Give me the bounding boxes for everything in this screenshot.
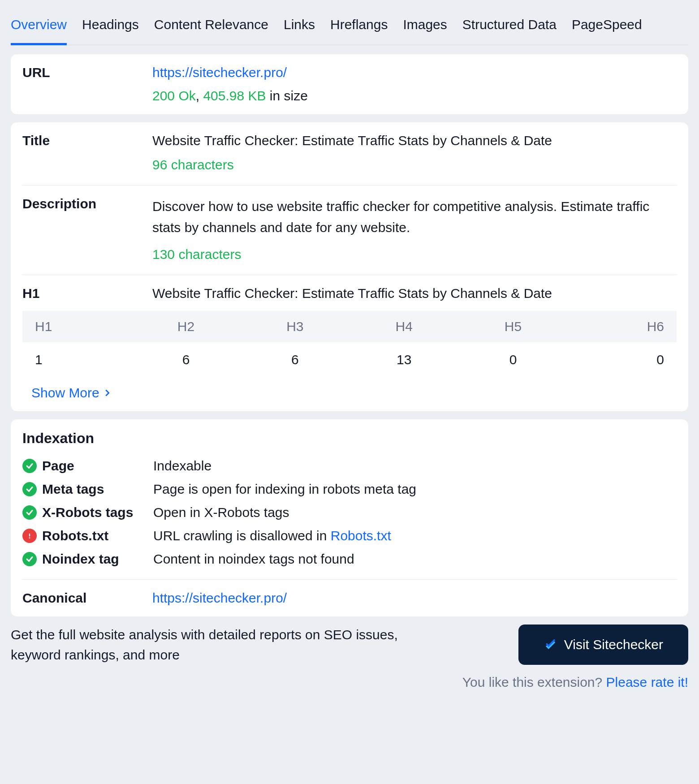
idx-value: Indexable — [153, 458, 677, 474]
h1-text: Website Traffic Checker: Estimate Traffi… — [152, 286, 677, 301]
tab-content-relevance[interactable]: Content Relevance — [154, 11, 268, 45]
canonical-link[interactable]: https://sitechecker.pro/ — [152, 590, 287, 605]
idx-noindex: Noindex tag Content in noindex tags not … — [22, 551, 677, 567]
idx-label: Meta tags — [42, 482, 153, 497]
count-h4: 13 — [350, 342, 458, 377]
url-label: URL — [22, 65, 152, 80]
title-label: Title — [22, 133, 152, 148]
tab-structured-data[interactable]: Structured Data — [462, 11, 557, 45]
tab-links[interactable]: Links — [284, 11, 315, 45]
th-h2: H2 — [131, 311, 240, 342]
description-chars: 130 characters — [152, 247, 677, 262]
tab-images[interactable]: Images — [403, 11, 447, 45]
footer-text: Get the full website analysis with detai… — [11, 625, 436, 665]
idx-label: Noindex tag — [42, 551, 153, 567]
svg-point-1 — [29, 537, 30, 538]
th-h4: H4 — [350, 311, 458, 342]
idx-meta-tags: Meta tags Page is open for indexing in r… — [22, 482, 677, 497]
check-icon — [22, 482, 37, 496]
check-icon — [22, 552, 37, 566]
th-h5: H5 — [458, 311, 567, 342]
idx-value-prefix: URL crawling is disallowed in — [153, 528, 331, 543]
robots-txt-link[interactable]: Robots.txt — [331, 528, 391, 543]
idx-page: Page Indexable — [22, 458, 677, 474]
count-h3: 6 — [241, 342, 350, 377]
tab-overview[interactable]: Overview — [11, 11, 67, 45]
th-h3: H3 — [241, 311, 350, 342]
show-more-label: Show More — [31, 385, 99, 401]
count-h1: 1 — [22, 342, 131, 377]
indexation-card: Indexation Page Indexable Meta tags Page… — [11, 419, 688, 616]
description-text: Discover how to use website traffic chec… — [152, 196, 677, 238]
table-row: 1 6 6 13 0 0 — [22, 342, 677, 377]
chevron-right-icon — [102, 388, 112, 398]
page-size-suffix: in size — [266, 88, 308, 103]
url-card: URL https://sitechecker.pro/ 200 Ok, 405… — [11, 54, 688, 114]
idx-value: Content in noindex tags not found — [153, 551, 677, 567]
th-h1: H1 — [22, 311, 131, 342]
status-sep: , — [196, 88, 203, 103]
divider — [22, 275, 677, 275]
headings-table: H1 H2 H3 H4 H5 H6 1 6 6 13 0 0 — [22, 311, 677, 377]
title-text: Website Traffic Checker: Estimate Traffi… — [152, 133, 677, 148]
url-link[interactable]: https://sitechecker.pro/ — [152, 65, 287, 80]
divider — [22, 185, 677, 185]
count-h2: 6 — [131, 342, 240, 377]
alert-icon — [22, 529, 37, 543]
th-h6: H6 — [568, 311, 677, 342]
idx-label: Page — [42, 458, 153, 474]
rate-line: You like this extension? Please rate it! — [462, 675, 688, 690]
idx-value: Page is open for indexing in robots meta… — [153, 482, 677, 497]
idx-robots-txt: Robots.txt URL crawling is disallowed in… — [22, 528, 677, 543]
idx-label: X-Robots tags — [42, 505, 153, 520]
show-more-button[interactable]: Show More — [31, 385, 112, 401]
meta-card: Title Website Traffic Checker: Estimate … — [11, 122, 688, 411]
divider — [22, 579, 677, 580]
http-status: 200 Ok — [152, 88, 196, 103]
check-icon — [22, 505, 37, 520]
idx-value: Open in X-Robots tags — [153, 505, 677, 520]
tab-hreflangs[interactable]: Hreflangs — [330, 11, 388, 45]
idx-label: Robots.txt — [42, 528, 153, 543]
svg-rect-0 — [29, 534, 30, 537]
tab-pagespeed[interactable]: PageSpeed — [572, 11, 642, 45]
count-h5: 0 — [458, 342, 567, 377]
tab-headings[interactable]: Headings — [82, 11, 139, 45]
visit-label: Visit Sitechecker — [564, 637, 663, 652]
rate-link[interactable]: Please rate it! — [606, 675, 688, 689]
check-icon — [22, 459, 37, 473]
tab-bar: Overview Headings Content Relevance Link… — [11, 11, 688, 45]
canonical-label: Canonical — [22, 590, 152, 606]
title-chars: 96 characters — [152, 157, 677, 172]
h1-label: H1 — [22, 286, 152, 301]
footer: Get the full website analysis with detai… — [11, 625, 688, 690]
page-size: 405.98 KB — [203, 88, 266, 103]
indexation-title: Indexation — [22, 430, 677, 447]
visit-sitechecker-button[interactable]: Visit Sitechecker — [518, 625, 688, 665]
count-h6: 0 — [568, 342, 677, 377]
idx-xrobots: X-Robots tags Open in X-Robots tags — [22, 505, 677, 520]
idx-value: URL crawling is disallowed in Robots.txt — [153, 528, 677, 543]
description-label: Description — [22, 196, 152, 211]
rate-prefix: You like this extension? — [462, 675, 606, 689]
checkmark-logo-icon — [544, 638, 557, 651]
